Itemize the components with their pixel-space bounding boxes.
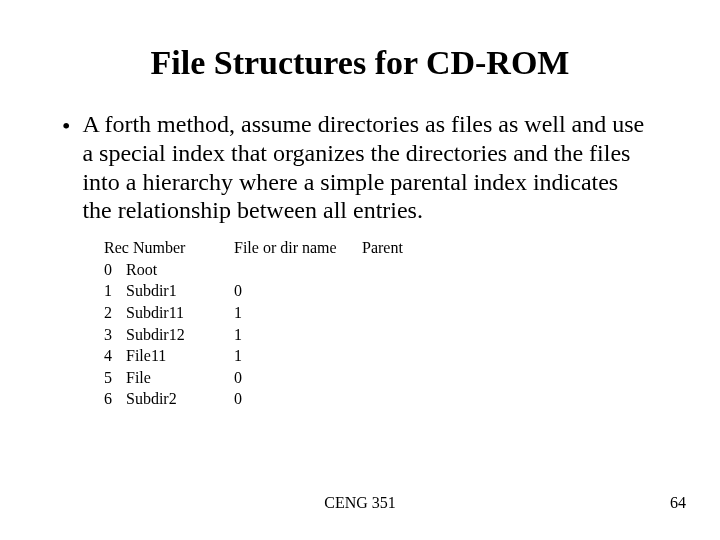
cell-name: Root [126,259,234,281]
cell-name: Subdir11 [126,302,234,324]
cell-rec: 2 [104,302,126,324]
slide: File Structures for CD-ROM • A forth met… [0,0,720,540]
cell-name: File11 [126,345,234,367]
table-row: 6 Subdir2 0 [104,388,670,410]
table-row: 3 Subdir12 1 [104,324,670,346]
cell-name: File [126,367,234,389]
cell-rec: 5 [104,367,126,389]
cell-rec: 1 [104,280,126,302]
cell-parent: 0 [234,280,354,302]
table-row: 2 Subdir11 1 [104,302,670,324]
table-row: 0 Root [104,259,670,281]
cell-parent: 0 [234,367,354,389]
header-parent: Parent [362,237,482,259]
cell-name: Subdir2 [126,388,234,410]
index-table: Rec Number File or dir name Parent 0 Roo… [104,237,670,410]
table-row: 4 File11 1 [104,345,670,367]
table-row: 1 Subdir1 0 [104,280,670,302]
cell-name: Subdir12 [126,324,234,346]
cell-parent: 1 [234,302,354,324]
bullet-text: A forth method, assume directories as fi… [82,110,646,225]
footer-course: CENG 351 [0,494,720,512]
bullet-marker: • [62,112,70,141]
bullet-item: • A forth method, assume directories as … [50,110,670,225]
cell-rec: 0 [104,259,126,281]
cell-rec: 6 [104,388,126,410]
header-file-or-dir: File or dir name [234,237,362,259]
header-rec-number: Rec Number [104,237,234,259]
cell-name: Subdir1 [126,280,234,302]
cell-parent: 0 [234,388,354,410]
cell-parent: 1 [234,324,354,346]
cell-parent [234,259,354,281]
footer-page-number: 64 [670,494,686,512]
cell-rec: 4 [104,345,126,367]
table-row: 5 File 0 [104,367,670,389]
slide-title: File Structures for CD-ROM [50,44,670,82]
cell-rec: 3 [104,324,126,346]
cell-parent: 1 [234,345,354,367]
table-header-row: Rec Number File or dir name Parent [104,237,670,259]
